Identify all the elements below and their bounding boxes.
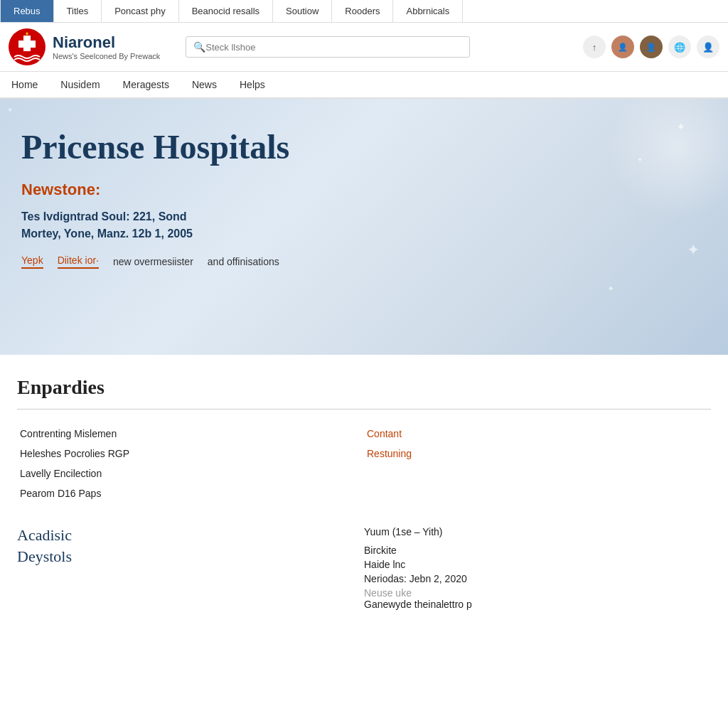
header-icons: ↑ 👤 👤 🌐 👤 [583, 36, 719, 58]
nav-meragests[interactable]: Meragests [120, 72, 172, 97]
section-divider [17, 409, 711, 410]
entries-table: Contrenting Mislemen Contant Heleshes Po… [17, 424, 711, 503]
topnav-tab-poncast[interactable]: Poncast phy [102, 0, 179, 22]
entry-value-restuning[interactable]: Restuning [364, 444, 711, 464]
entry-label-acadisic: Acadisic [17, 526, 364, 545]
table-row-sub1: Heleshes Pocrolies RGP Restuning [17, 444, 711, 464]
search-icon: 🔍 [193, 41, 205, 53]
hero-tag-diitek[interactable]: Diitek ior· [58, 255, 99, 269]
hero-banner: ✦ ✦ ✦ ✦ ✦ Pricense Hospitals Newstone: T… [0, 99, 728, 355]
search-input[interactable] [205, 42, 462, 53]
logo-tagline: News's Seelconed By Prewack [53, 52, 160, 60]
logo-text: Niaronel News's Seelconed By Prewack [53, 33, 160, 60]
hero-line1: Tes Ivdigntrad Soul: 221, Sond [21, 210, 707, 223]
table-row-extra: Ganewyde theinalettro p [17, 599, 711, 613]
table-row-deystols: Deystols Birckite Haide lnc Neriodas: Je… [17, 545, 711, 599]
nav-home[interactable]: Home [9, 72, 41, 97]
main-content: Enpardies Contrenting Mislemen Contant H… [0, 355, 728, 634]
header: Niaronel News's Seelconed By Prewack 🔍 ↑… [0, 23, 728, 72]
nav-helps[interactable]: Helps [237, 72, 268, 97]
table-row-acadisic: Acadisic Yuum (1se – Yith) [17, 526, 711, 545]
second-navigation: Home Nusidem Meragests News Helps [0, 72, 728, 99]
star-decoration-2: ✦ [637, 156, 643, 164]
entry-label-contrenting: Contrenting Mislemen [17, 424, 364, 444]
hero-line2: Mortey, Yone, Manz. 12b 1, 2005 [21, 228, 707, 240]
entry-group-right-acadisic: Yuum (1se – Yith) [364, 526, 711, 545]
avatar-2[interactable]: 👤 [640, 36, 663, 58]
topnav-tab-soutiow[interactable]: Soutiow [273, 0, 332, 22]
entry-haide: Haide lnc [364, 559, 711, 570]
entry-birckite: Birckite [364, 545, 711, 556]
topnav-tab-rooders[interactable]: Rooders [332, 0, 393, 22]
hero-tags: Yepk Diitek ior· new overmesiister and o… [21, 255, 707, 269]
top-navigation: Rebus Titles Poncast phy Beanocid resall… [0, 0, 728, 23]
topnav-tab-beanocid[interactable]: Beanocid resalls [179, 0, 273, 22]
section-title: Enpardies [17, 376, 711, 399]
hero-tag-new: new overmesiister [113, 256, 193, 267]
globe-button[interactable]: 🌐 [668, 36, 691, 58]
topnav-tab-rebus[interactable]: Rebus [0, 0, 54, 22]
search-bar[interactable]: 🔍 [186, 36, 470, 58]
entry-neriodas: Neriodas: Jebn 2, 2020 [364, 573, 711, 584]
topnav-tab-abbrnicals[interactable]: Abbrnicals [393, 0, 463, 22]
entry-label-deystols: Deystols [17, 545, 364, 599]
entry-neuse: Neuse uke [364, 587, 711, 599]
star-decoration-3: ✦ [687, 241, 700, 259]
hero-subtitle: Newstone: [21, 181, 707, 199]
entry-ganewyde: Ganewyde theinalettro p [364, 599, 711, 610]
entry-yuum: Yuum (1se – Yith) [364, 526, 711, 537]
logo-icon [9, 28, 46, 65]
table-row-sub3: Pearom D16 Paps [17, 483, 711, 503]
star-decoration-1: ✦ [676, 120, 685, 134]
entry-group-right-deystols: Birckite Haide lnc Neriodas: Jebn 2, 202… [364, 545, 711, 599]
entry-label-heleshes: Heleshes Pocrolies RGP [17, 444, 364, 464]
upload-button[interactable]: ↑ [583, 36, 606, 58]
nav-news[interactable]: News [189, 72, 220, 97]
table-row-sub2: Lavelly Encilection [17, 464, 711, 483]
user-button[interactable]: 👤 [697, 36, 719, 58]
svg-rect-2 [18, 41, 36, 48]
star-decoration-5: ✦ [7, 106, 13, 114]
hero-title: Pricense Hospitals [21, 127, 707, 166]
entries-table-2: Acadisic Yuum (1se – Yith) Deystols Birc… [17, 526, 711, 613]
entry-label-lavelly: Lavelly Encilection [17, 464, 364, 483]
entry-label-pearom: Pearom D16 Paps [17, 483, 364, 503]
hero-tag-yepk[interactable]: Yepk [21, 255, 43, 269]
nav-nusidem[interactable]: Nusidem [58, 72, 102, 97]
logo-name: Niaronel [53, 33, 160, 52]
avatar-1[interactable]: 👤 [611, 36, 634, 58]
star-decoration-4: ✦ [607, 284, 614, 294]
entry-value-contant[interactable]: Contant [364, 424, 711, 444]
logo-area: Niaronel News's Seelconed By Prewack [9, 28, 160, 65]
table-row-header: Contrenting Mislemen Contant [17, 424, 711, 444]
topnav-tab-titles[interactable]: Titles [54, 0, 102, 22]
hero-tag-and: and offinisations [208, 256, 279, 267]
